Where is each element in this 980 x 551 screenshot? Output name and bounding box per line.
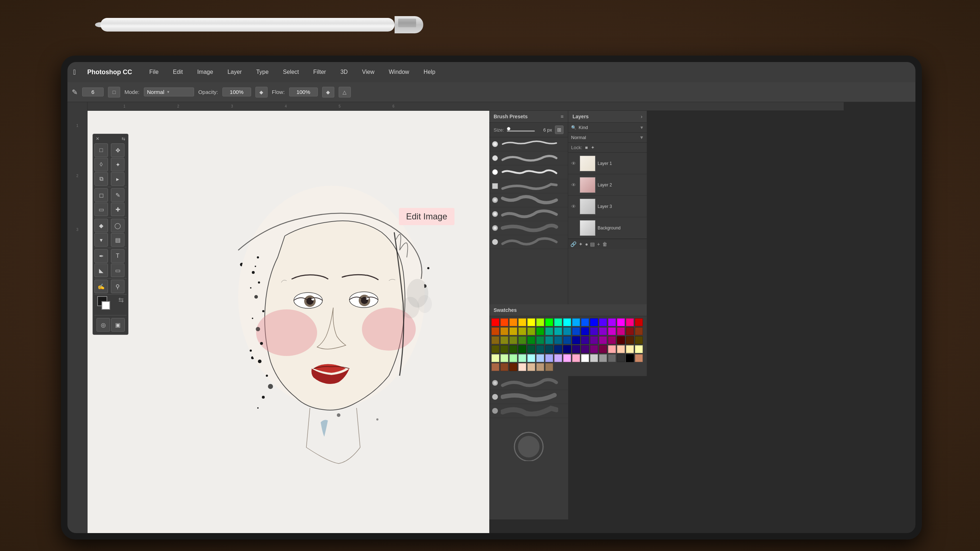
swatch-cell-51[interactable] (492, 345, 500, 353)
swatch-cell-48[interactable] (617, 336, 625, 344)
swatch-cell-0[interactable] (492, 318, 500, 326)
hand-tool[interactable]: ✍ (94, 279, 108, 293)
swatch-cell-70[interactable] (509, 354, 517, 362)
swatch-cell-2[interactable] (509, 318, 517, 326)
quick-mask-icon[interactable]: ◎ (97, 318, 110, 332)
swatch-cell-19[interactable] (509, 327, 517, 335)
swatch-cell-58[interactable] (554, 345, 562, 353)
swatch-cell-10[interactable] (581, 318, 589, 326)
swatch-cell-84[interactable] (635, 354, 643, 362)
flow-icon2[interactable]: △ (339, 87, 351, 97)
shape-tool[interactable]: ▭ (111, 264, 124, 277)
swatch-cell-88[interactable] (518, 363, 526, 371)
menu-image[interactable]: Image (194, 67, 216, 77)
swatch-cell-65[interactable] (617, 345, 625, 353)
menu-window[interactable]: Window (386, 67, 412, 77)
swatch-cell-8[interactable] (563, 318, 571, 326)
swatch-cell-24[interactable] (554, 327, 562, 335)
layers-chevron-icon[interactable]: › (641, 114, 643, 119)
lasso-tool[interactable]: ◊ (94, 158, 108, 171)
menu-edit[interactable]: Edit (170, 67, 186, 77)
link-layers-icon[interactable]: 🔗 (570, 241, 576, 247)
delete-layer-icon[interactable]: 🗑 (602, 241, 607, 247)
swatch-cell-23[interactable] (545, 327, 553, 335)
swatch-cell-27[interactable] (581, 327, 589, 335)
swatch-cell-5[interactable] (536, 318, 544, 326)
swatch-cell-49[interactable] (626, 336, 634, 344)
menu-file[interactable]: File (146, 67, 161, 77)
edit-image-label[interactable]: Edit Image (399, 208, 455, 225)
swatch-cell-76[interactable] (563, 354, 571, 362)
brush-cont-item-2[interactable] (489, 390, 568, 404)
brush-presets-menu-icon[interactable]: ≡ (561, 114, 563, 119)
mode-dropdown[interactable]: Normal ▼ (144, 87, 194, 97)
swatch-cell-44[interactable] (581, 336, 589, 344)
swatch-cell-62[interactable] (590, 345, 598, 353)
swatch-cell-21[interactable] (527, 327, 535, 335)
move-tool[interactable]: ✥ (111, 143, 124, 157)
swatch-cell-25[interactable] (563, 327, 571, 335)
background-color[interactable] (102, 301, 110, 310)
swatch-cell-81[interactable] (608, 354, 616, 362)
swatch-cell-39[interactable] (536, 336, 544, 344)
swatch-cell-16[interactable] (635, 318, 643, 326)
swatch-cell-17[interactable] (492, 327, 500, 335)
swatch-cell-85[interactable] (492, 363, 500, 371)
swatch-cell-80[interactable] (599, 354, 607, 362)
swatch-cell-72[interactable] (527, 354, 535, 362)
swatch-cell-68[interactable] (492, 354, 500, 362)
healing-tool[interactable]: ✚ (111, 203, 124, 216)
swatch-cell-40[interactable] (545, 336, 553, 344)
add-group-icon[interactable]: ▤ (590, 241, 595, 247)
brush-size-slider-thumb[interactable] (507, 127, 511, 130)
swatch-cell-37[interactable] (518, 336, 526, 344)
toolbox-arrows-icon[interactable]: ⇆ (122, 136, 125, 141)
layers-kind-dropdown[interactable]: Kind (579, 125, 638, 130)
swatch-cell-53[interactable] (509, 345, 517, 353)
swatch-cell-38[interactable] (527, 336, 535, 344)
swatch-cell-4[interactable] (527, 318, 535, 326)
pen-tool[interactable]: ✒ (94, 249, 108, 263)
brush-item-7[interactable] (489, 221, 568, 235)
swatch-cell-69[interactable] (500, 354, 508, 362)
canvas-area[interactable] (88, 111, 489, 533)
swatch-cell-1[interactable] (500, 318, 508, 326)
flow-input[interactable]: 100% (289, 87, 318, 97)
swatch-cell-7[interactable] (554, 318, 562, 326)
swatch-cell-29[interactable] (599, 327, 607, 335)
blur-tool[interactable]: ◆ (94, 219, 108, 232)
opacity-input[interactable]: 100% (223, 87, 251, 97)
swatch-cell-34[interactable] (492, 336, 500, 344)
swatch-cell-54[interactable] (518, 345, 526, 353)
swatch-cell-14[interactable] (617, 318, 625, 326)
swatch-cell-35[interactable] (500, 336, 508, 344)
brush-item-6[interactable] (489, 207, 568, 221)
brush-size-slider[interactable] (507, 130, 535, 132)
menu-view[interactable]: View (359, 67, 377, 77)
swatch-cell-61[interactable] (581, 345, 589, 353)
swatch-cell-36[interactable] (509, 336, 517, 344)
swatch-cell-67[interactable] (635, 345, 643, 353)
brush-tool[interactable]: ✎ (111, 188, 124, 202)
swatch-cell-60[interactable] (572, 345, 580, 353)
screen-mode-icon[interactable]: ▣ (111, 318, 125, 332)
swatch-cell-79[interactable] (590, 354, 598, 362)
swatch-cell-20[interactable] (518, 327, 526, 335)
eyedropper-tool[interactable]: ▸ (111, 172, 124, 186)
layer-eye-icon-4[interactable]: 👁 (571, 225, 578, 231)
swatch-cell-89[interactable] (527, 363, 535, 371)
swatch-cell-12[interactable] (599, 318, 607, 326)
brush-cont-item-1[interactable] (489, 376, 568, 390)
swatch-cell-56[interactable] (536, 345, 544, 353)
swatch-cell-13[interactable] (608, 318, 616, 326)
swatch-cell-50[interactable] (635, 336, 643, 344)
path-select-tool[interactable]: ◣ (94, 264, 108, 277)
brush-tool-icon[interactable]: ✎ (72, 88, 78, 97)
dodge-tool[interactable]: ◯ (111, 219, 124, 232)
brush-settings-icon[interactable]: ⊞ (555, 125, 563, 134)
swatch-cell-78[interactable] (581, 354, 589, 362)
swatch-cell-9[interactable] (572, 318, 580, 326)
lock-position-icon[interactable]: ✦ (591, 145, 595, 150)
brush-item-5[interactable] (489, 193, 568, 207)
toolbox-close-icon[interactable]: ✕ (96, 136, 99, 141)
